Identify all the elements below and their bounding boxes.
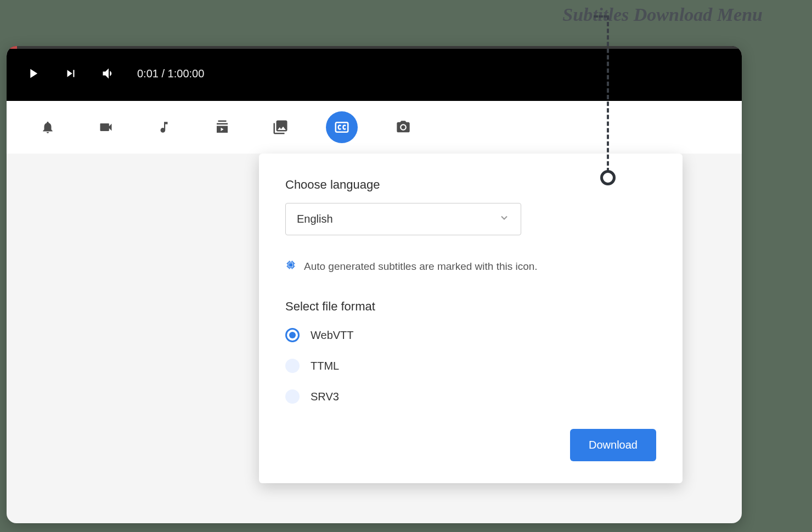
volume-button[interactable]: [101, 66, 116, 81]
video-controls: 0:01 / 1:00:00: [7, 46, 742, 101]
play-button[interactable]: [25, 66, 41, 81]
cc-icon: [334, 119, 350, 135]
music-icon: [157, 120, 171, 134]
bell-icon: [41, 120, 55, 134]
app-window: 0:01 / 1:00:00 Choose language English: [7, 46, 742, 523]
subtitles-download-menu: Choose language English Auto generated s…: [259, 154, 683, 483]
radio-unselected-icon: [285, 359, 300, 373]
svg-rect-0: [336, 122, 348, 132]
cpu-icon: [285, 259, 296, 273]
svg-rect-2: [290, 264, 292, 267]
auto-generated-note: Auto generated subtitles are marked with…: [285, 259, 656, 273]
format-label: WebVTT: [311, 329, 354, 342]
tab-audio[interactable]: [151, 115, 177, 140]
annotation-label: Subtitles Download Menu: [562, 4, 763, 25]
tab-subtitles[interactable]: [326, 111, 358, 143]
language-select[interactable]: English: [285, 203, 521, 235]
tab-video[interactable]: [93, 115, 119, 140]
format-option-webvtt[interactable]: WebVTT: [285, 328, 656, 342]
tab-snapshot[interactable]: [391, 115, 416, 140]
radio-unselected-icon: [285, 389, 300, 404]
radio-selected-icon: [285, 328, 300, 342]
language-selected-value: English: [297, 213, 333, 225]
format-label: SRV3: [311, 390, 339, 403]
video-player-bar: 0:01 / 1:00:00: [7, 46, 742, 101]
format-option-srv3[interactable]: SRV3: [285, 389, 656, 404]
progress-fill: [7, 46, 17, 49]
annotation-line: [607, 15, 609, 172]
playlist-icon: [214, 119, 230, 135]
format-option-ttml[interactable]: TTML: [285, 359, 656, 373]
annotation-endpoint: [600, 170, 616, 185]
select-format-label: Select file format: [285, 299, 656, 314]
auto-generated-text: Auto generated subtitles are marked with…: [304, 261, 538, 273]
video-icon: [98, 120, 114, 135]
time-display: 0:01 / 1:00:00: [137, 67, 204, 80]
tab-strip: [7, 101, 742, 154]
download-button[interactable]: Download: [570, 429, 656, 461]
annotation-line: [594, 15, 608, 18]
next-button[interactable]: [64, 66, 78, 81]
chevron-down-icon: [499, 212, 510, 226]
progress-track[interactable]: [7, 46, 742, 49]
format-label: TTML: [311, 360, 339, 372]
format-radio-group: WebVTT TTML SRV3: [285, 328, 656, 404]
images-icon: [272, 119, 289, 135]
tab-playlist[interactable]: [210, 115, 235, 140]
tab-images[interactable]: [268, 115, 293, 140]
camera-icon: [396, 120, 411, 135]
tab-notifications[interactable]: [35, 115, 60, 140]
popup-actions: Download: [285, 429, 656, 461]
